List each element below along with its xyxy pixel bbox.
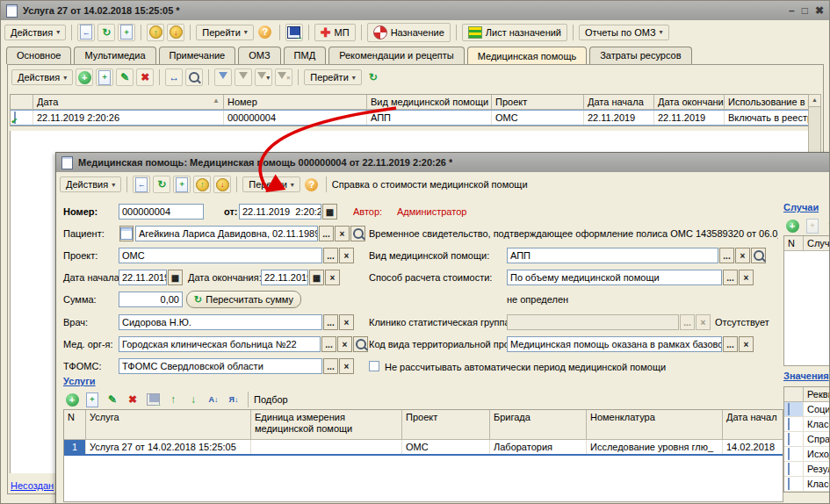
- value-label-cell[interactable]: Справ: [804, 432, 830, 446]
- dialog-go-menu-button[interactable]: Перейти ▾: [242, 176, 300, 192]
- calendar-button[interactable]: ▦: [168, 270, 183, 285]
- tab-multimedia[interactable]: Мультимедиа: [74, 47, 155, 64]
- filter-history-button[interactable]: ▾: [255, 68, 272, 86]
- patient-select-button[interactable]: ...: [319, 226, 334, 241]
- col-number[interactable]: Номер: [224, 95, 367, 110]
- cell-n[interactable]: 1: [64, 440, 86, 454]
- dialog-save-close-button[interactable]: ←: [133, 176, 150, 193]
- close-icon[interactable]: ✖: [815, 4, 824, 17]
- col-start-date[interactable]: Дата начал: [723, 410, 783, 440]
- doctor-select-button[interactable]: ...: [323, 314, 338, 330]
- filter-button[interactable]: [235, 68, 252, 86]
- list-row[interactable]: 22.11.2019 2:20:26 000000004 АПП ОМС 22.…: [11, 110, 819, 126]
- reread-button[interactable]: ↻: [97, 24, 115, 41]
- cell-project[interactable]: ОМС: [492, 111, 584, 125]
- patient-clear-button[interactable]: ×: [335, 226, 350, 241]
- minimize-icon[interactable]: –: [789, 4, 795, 17]
- service-add-button[interactable]: +: [63, 391, 81, 408]
- end-date-field[interactable]: 22.11.2019: [261, 270, 308, 285]
- values-row[interactable]: Резул: [784, 462, 830, 477]
- list-go-menu-button[interactable]: Перейти ▾: [304, 69, 362, 85]
- project-select-button[interactable]: ...: [323, 248, 338, 263]
- tfoms-select-button[interactable]: ...: [323, 358, 338, 374]
- tab-primechanie[interactable]: Примечание: [159, 47, 236, 64]
- save-register-button[interactable]: [285, 24, 303, 41]
- go-menu-button[interactable]: Перейти ▾: [196, 25, 254, 40]
- cost-help-button[interactable]: Справка о стоимости медицинской помощи: [332, 179, 528, 190]
- ksg-clear-button[interactable]: ×: [696, 314, 711, 330]
- dialog-reread-button[interactable]: ↻: [153, 176, 170, 193]
- tab-pmd[interactable]: ПМД: [284, 47, 327, 64]
- cell-start-date[interactable]: 14.02.2018: [723, 440, 783, 454]
- care-type-clear-button[interactable]: ×: [735, 248, 750, 263]
- cell-end[interactable]: 22.11.2019: [654, 111, 725, 125]
- case-add-button[interactable]: +: [783, 217, 801, 234]
- dialog-copy-button[interactable]: +: [173, 176, 191, 193]
- col-n[interactable]: N: [64, 410, 86, 440]
- cell-date[interactable]: 22.11.2019 2:20:26: [33, 111, 224, 125]
- services-row[interactable]: 1 Услуга 27 от 14.02.2018 15:25:05 ОМС Л…: [64, 440, 783, 456]
- cell-brigade[interactable]: Лаборатория: [490, 440, 587, 454]
- terr-select-button[interactable]: ...: [723, 336, 738, 352]
- dialog-post-button[interactable]: ↑: [193, 176, 211, 193]
- service-edit-button[interactable]: ✎: [104, 391, 121, 408]
- col-date[interactable]: Дата▲: [33, 95, 224, 110]
- cell-project[interactable]: ОМС: [402, 440, 490, 454]
- sum-field[interactable]: 0,00: [119, 292, 183, 307]
- service-delete-button[interactable]: ✖: [124, 391, 141, 408]
- patient-search-button[interactable]: [350, 226, 365, 241]
- calendar-button[interactable]: ▦: [309, 270, 324, 285]
- edit-button[interactable]: ✎: [116, 68, 134, 86]
- list-refresh-button[interactable]: ↻: [364, 68, 382, 86]
- cell-start[interactable]: 22.11.2019: [584, 111, 654, 125]
- org-search-button[interactable]: [353, 336, 368, 352]
- doctor-clear-button[interactable]: ×: [339, 314, 354, 330]
- number-field[interactable]: 000000004: [119, 204, 204, 220]
- patient-field[interactable]: Агейкина Лариса Давидовна, 02.11.1989: [135, 226, 318, 241]
- appointment-sheet-button[interactable]: Лист назначений: [462, 24, 567, 41]
- end-date-clear-button[interactable]: ×: [325, 270, 340, 285]
- values-row[interactable]: Справ: [784, 432, 830, 447]
- col-care-type[interactable]: Вид медицинской помощи: [367, 95, 492, 110]
- terr-clear-button[interactable]: ×: [739, 336, 754, 352]
- cost-method-clear-button[interactable]: ×: [739, 270, 754, 285]
- cell-service[interactable]: Услуга 27 от 14.02.2018 15:25:05: [86, 440, 251, 454]
- tab-medpomosch[interactable]: Медицинская помощь: [467, 47, 587, 65]
- dialog-unpost-button[interactable]: ↓: [213, 176, 231, 193]
- case-edit-button[interactable]: ✎: [824, 217, 830, 234]
- tab-zatraty[interactable]: Затраты ресурсов: [589, 47, 691, 64]
- datetime-field[interactable]: 22.11.2019 2:20:26: [239, 204, 321, 220]
- no-auto-period-checkbox[interactable]: [369, 361, 379, 371]
- find-button[interactable]: [185, 68, 203, 86]
- cell-unit[interactable]: [251, 440, 402, 454]
- project-clear-button[interactable]: ×: [339, 248, 354, 263]
- org-field[interactable]: Городская клиническая больница №22: [119, 336, 321, 352]
- values-row[interactable]: Социа: [784, 402, 830, 417]
- cell-registry[interactable]: Включать в реестр: [725, 111, 817, 125]
- tfoms-field[interactable]: ТФОМС Свердловской области: [119, 358, 322, 374]
- terr-field[interactable]: Медицинская помощь оказана в рамках базо…: [507, 336, 722, 352]
- col-brigade[interactable]: Бригада: [490, 410, 587, 440]
- dialog-actions-menu-button[interactable]: Действия ▾: [60, 176, 121, 192]
- ksg-select-button[interactable]: ...: [680, 314, 695, 330]
- copy-button[interactable]: +: [118, 24, 135, 41]
- service-sort-za-button[interactable]: Я↓: [225, 391, 242, 408]
- col-start[interactable]: Дата начала: [584, 95, 654, 110]
- service-end-edit-button[interactable]: [144, 391, 162, 408]
- col-case[interactable]: Случ: [804, 236, 830, 251]
- care-type-field[interactable]: АПП: [507, 248, 718, 263]
- list-actions-menu-button[interactable]: Действия ▾: [11, 69, 73, 85]
- value-label-cell[interactable]: Исход: [804, 447, 830, 461]
- value-label-cell[interactable]: Социа: [804, 402, 830, 416]
- service-copy-button[interactable]: +: [83, 391, 101, 408]
- org-clear-button[interactable]: ×: [337, 336, 352, 352]
- cost-method-select-button[interactable]: ...: [723, 270, 738, 285]
- values-row[interactable]: Класс: [784, 417, 830, 432]
- case-copy-button[interactable]: +: [804, 217, 821, 234]
- service-sort-az-button[interactable]: А↓: [205, 391, 222, 408]
- dialog-help-button[interactable]: ?: [303, 176, 321, 193]
- project-field[interactable]: ОМС: [119, 248, 322, 263]
- actions-menu-button[interactable]: Действия ▾: [4, 25, 66, 40]
- patient-open-button[interactable]: [119, 226, 134, 241]
- mp-button[interactable]: ✚ МП: [314, 24, 356, 41]
